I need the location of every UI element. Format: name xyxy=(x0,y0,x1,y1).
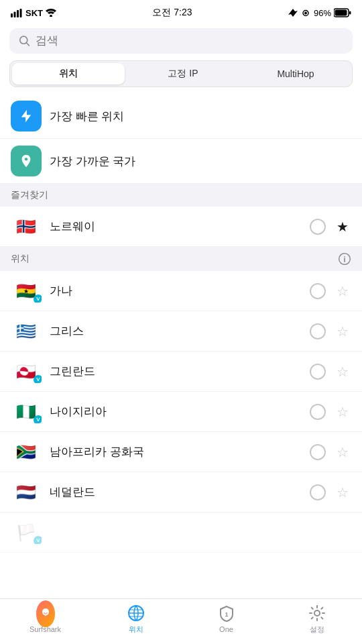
battery-status: 96% xyxy=(288,8,351,18)
nav-settings-label: 설정 xyxy=(310,625,324,635)
nav-surfshark[interactable]: Surfshark xyxy=(19,604,72,633)
svg-rect-0 xyxy=(11,13,13,17)
surfshark-logo-icon xyxy=(36,604,55,623)
globe-icon xyxy=(127,604,145,623)
svg-marker-5 xyxy=(288,9,298,17)
greenland-item[interactable]: 🇬🇱 V 그린란드 ☆ xyxy=(0,352,362,392)
nigeria-flag: 🇳🇬 V xyxy=(11,400,42,423)
nearest-icon xyxy=(11,146,42,176)
search-input[interactable] xyxy=(36,34,343,48)
norway-label: 노르웨이 xyxy=(50,219,302,234)
ghana-radio[interactable] xyxy=(310,283,326,299)
nigeria-v-badge: V xyxy=(34,415,42,423)
tab-bar: 위치 고정 IP MultiHop xyxy=(9,60,353,87)
svg-rect-9 xyxy=(335,10,347,16)
partial-item: 🏳️ V xyxy=(0,513,362,553)
greenland-star[interactable]: ☆ xyxy=(334,363,351,380)
fastest-label: 가장 빠른 위치 xyxy=(50,109,351,124)
svg-text:1: 1 xyxy=(225,611,228,618)
greenland-v-badge: V xyxy=(34,375,42,383)
svg-marker-12 xyxy=(21,110,32,122)
nav-location-label: 위치 xyxy=(129,625,143,635)
svg-point-7 xyxy=(304,11,307,14)
nigeria-label: 나이지리아 xyxy=(50,404,302,419)
gear-icon xyxy=(308,604,326,623)
norway-item[interactable]: 🇳🇴 노르웨이 ★ xyxy=(0,207,362,247)
ghana-star[interactable]: ☆ xyxy=(334,282,351,300)
status-bar: SKT 오전 7:23 96% xyxy=(0,0,362,24)
tab-multihop[interactable]: MultiHop xyxy=(239,61,352,87)
norway-star[interactable]: ★ xyxy=(334,218,351,235)
favorites-section-header: 즐겨찾기 xyxy=(0,184,362,207)
carrier-signal: SKT xyxy=(11,8,56,18)
svg-point-4 xyxy=(50,15,52,17)
status-time: 오전 7:23 xyxy=(152,7,192,19)
greece-star[interactable]: ☆ xyxy=(334,323,351,340)
netherlands-radio[interactable] xyxy=(310,484,326,500)
nigeria-star[interactable]: ☆ xyxy=(334,403,351,421)
greece-radio[interactable] xyxy=(310,323,326,339)
netherlands-star[interactable]: ☆ xyxy=(334,484,351,501)
partial-flag: 🏳️ V xyxy=(11,521,42,544)
greenland-flag: 🇬🇱 V xyxy=(11,360,42,383)
southafrica-label: 남아프리카 공화국 xyxy=(50,444,302,460)
southafrica-flag: 🇿🇦 xyxy=(11,441,42,464)
svg-rect-2 xyxy=(17,10,19,17)
fastest-icon xyxy=(11,101,42,131)
tab-location[interactable]: 위치 xyxy=(12,63,125,85)
nav-one-label: One xyxy=(219,625,233,633)
greece-label: 그리스 xyxy=(50,323,302,339)
netherlands-label: 네덜란드 xyxy=(50,484,302,500)
list-container: 가장 빠른 위치 가장 가까운 국가 즐겨찾기 🇳🇴 노르웨이 ★ 위치 🇬🇭 … xyxy=(0,94,362,593)
southafrica-star[interactable]: ☆ xyxy=(334,443,351,461)
greece-item[interactable]: 🇬🇷 그리스 ☆ xyxy=(0,311,362,352)
svg-point-17 xyxy=(314,610,320,616)
nav-settings[interactable]: 설정 xyxy=(290,604,344,635)
southafrica-item[interactable]: 🇿🇦 남아프리카 공화국 ☆ xyxy=(0,432,362,472)
greenland-label: 그린란드 xyxy=(50,364,302,379)
ghana-label: 가나 xyxy=(50,283,302,299)
ghana-v-badge: V xyxy=(34,294,42,303)
norway-radio[interactable] xyxy=(310,219,326,235)
nearest-country-item[interactable]: 가장 가까운 국가 xyxy=(0,139,362,184)
ghana-flag: 🇬🇭 V xyxy=(11,280,42,303)
greenland-radio[interactable] xyxy=(310,364,326,380)
locations-section-header: 위치 xyxy=(0,247,362,271)
ghana-item[interactable]: 🇬🇭 V 가나 ☆ xyxy=(0,271,362,311)
tab-fixedip[interactable]: 고정 IP xyxy=(127,61,239,87)
svg-rect-3 xyxy=(20,9,22,17)
shield-one-icon: 1 xyxy=(217,604,236,623)
svg-point-14 xyxy=(344,256,345,258)
norway-flag: 🇳🇴 xyxy=(11,215,42,238)
netherlands-flag: 🇳🇱 xyxy=(11,481,42,504)
svg-rect-10 xyxy=(349,11,351,15)
nav-location[interactable]: 위치 xyxy=(109,604,163,635)
nigeria-radio[interactable] xyxy=(310,404,326,420)
search-bar[interactable] xyxy=(9,28,353,54)
southafrica-radio[interactable] xyxy=(310,444,326,460)
svg-rect-1 xyxy=(14,11,16,17)
netherlands-item[interactable]: 🇳🇱 네덜란드 ☆ xyxy=(0,472,362,513)
search-icon xyxy=(19,35,30,47)
nav-one[interactable]: 1 One xyxy=(200,604,253,633)
bottom-nav: Surfshark 위치 1 One xyxy=(0,598,362,644)
nigeria-item[interactable]: 🇳🇬 V 나이지리아 ☆ xyxy=(0,392,362,432)
greece-flag: 🇬🇷 xyxy=(11,320,42,343)
info-icon xyxy=(338,252,351,266)
nearest-label: 가장 가까운 국가 xyxy=(50,154,351,169)
fastest-location-item[interactable]: 가장 빠른 위치 xyxy=(0,94,362,139)
partial-v-badge: V xyxy=(34,536,42,544)
nav-surfshark-label: Surfshark xyxy=(29,625,61,633)
